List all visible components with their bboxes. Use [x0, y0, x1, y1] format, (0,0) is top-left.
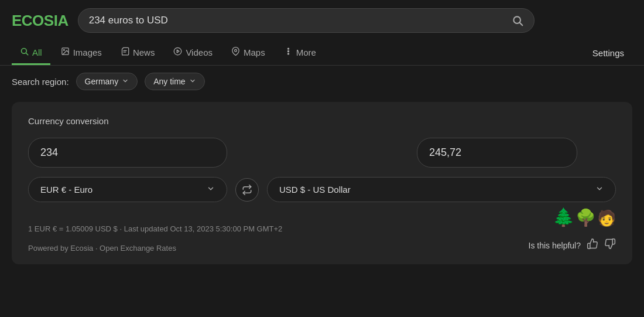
logo: ECOSIA [12, 12, 68, 30]
amount-from-input[interactable] [28, 138, 227, 168]
powered-by-text: Powered by Ecosia · Open Exchange Rates [28, 244, 176, 253]
filter-bar: Search region: Germany Any time [0, 66, 644, 97]
currency-to-chevron-icon [595, 185, 604, 195]
helpful-label: Is this helpful? [529, 241, 581, 250]
tab-all[interactable]: All [12, 41, 50, 65]
thumbup-button[interactable] [587, 238, 598, 253]
region-value: Germany [85, 77, 119, 86]
svg-line-3 [26, 53, 28, 54]
tab-all-label: All [32, 47, 42, 57]
search-input[interactable] [89, 15, 506, 26]
tab-news[interactable]: News [112, 41, 163, 65]
card-footer-left: 1 EUR € = 1.05009 USD $ · Last updated O… [28, 215, 282, 253]
time-value: Any time [153, 77, 185, 86]
nav-tabs: All Images News Videos [0, 41, 644, 66]
tab-images[interactable]: Images [53, 41, 110, 65]
swap-icon [242, 185, 252, 195]
tab-videos[interactable]: Videos [165, 41, 221, 65]
time-dropdown[interactable]: Any time [145, 73, 204, 90]
tab-maps[interactable]: Maps [223, 41, 273, 65]
svg-marker-9 [177, 50, 180, 53]
thumbdown-icon [604, 238, 616, 250]
amount-row [28, 138, 616, 168]
amount-to-input[interactable] [417, 138, 577, 168]
search-region-label: Search region: [12, 77, 69, 87]
tree-icon-2: 🌳 [576, 208, 596, 227]
currency-card: Currency conversion EUR € - Euro USD $ -… [12, 102, 632, 264]
tree-illustration: 🌲 🌳 🧑 [553, 207, 616, 227]
region-dropdown[interactable]: Germany [76, 73, 138, 90]
tab-more-label: More [296, 47, 316, 57]
card-footer: 1 EUR € = 1.05009 USD $ · Last updated O… [28, 207, 616, 253]
currency-from-select[interactable]: EUR € - Euro [28, 177, 227, 202]
thumbdown-button[interactable] [604, 238, 616, 253]
tab-images-label: Images [73, 47, 102, 57]
currency-from-chevron-icon [207, 185, 215, 195]
images-icon [61, 47, 70, 57]
currency-to-select[interactable]: USD $ - US Dollar [267, 177, 616, 202]
svg-point-13 [287, 53, 289, 54]
tab-more[interactable]: More [276, 41, 324, 65]
tab-maps-label: Maps [244, 47, 265, 57]
tab-videos-label: Videos [186, 47, 213, 57]
powered-by: Powered by Ecosia · Open Exchange Rates [28, 244, 282, 253]
time-chevron-icon [189, 77, 196, 86]
region-chevron-icon [122, 77, 129, 86]
thumbup-icon [587, 238, 598, 250]
search-button[interactable] [512, 15, 523, 26]
search-bar [78, 8, 535, 33]
helpful-section: Is this helpful? [529, 238, 616, 253]
currency-from-value: EUR € - Euro [40, 185, 93, 195]
svg-point-12 [287, 51, 289, 52]
maps-icon [231, 47, 240, 57]
rate-info: 1 EUR € = 1.05009 USD $ · Last updated O… [28, 224, 282, 233]
tree-icon-1: 🌲 [553, 207, 574, 227]
svg-point-8 [174, 47, 182, 55]
videos-icon [173, 47, 182, 57]
person-icon: 🧑 [597, 209, 616, 227]
currency-select-row: EUR € - Euro USD $ - US Dollar [28, 177, 616, 202]
tab-news-label: News [133, 47, 155, 57]
more-icon [284, 47, 293, 57]
search-icon [512, 15, 523, 26]
news-icon [121, 47, 129, 57]
svg-point-10 [235, 49, 237, 52]
card-title: Currency conversion [28, 116, 616, 126]
svg-point-5 [63, 49, 64, 50]
svg-point-11 [287, 48, 289, 49]
settings-button[interactable]: Settings [584, 42, 632, 64]
header: ECOSIA [0, 0, 644, 41]
card-footer-right: 🌲 🌳 🧑 Is this helpful? [529, 207, 616, 253]
swap-button[interactable] [235, 178, 259, 202]
svg-line-1 [519, 23, 522, 26]
all-icon [20, 47, 29, 57]
currency-to-value: USD $ - US Dollar [279, 185, 351, 195]
